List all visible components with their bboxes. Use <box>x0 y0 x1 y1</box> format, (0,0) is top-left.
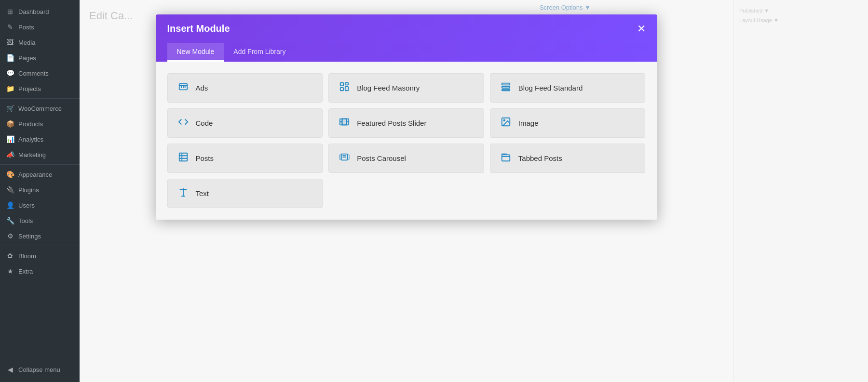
sidebar-item-label: Products <box>18 120 43 128</box>
module-posts[interactable]: Posts <box>167 144 323 173</box>
modal-close-button[interactable]: ✕ <box>637 24 646 34</box>
insert-module-modal: Insert Module ✕ New Module Add From Libr… <box>156 14 657 220</box>
modal-title: Insert Module <box>167 23 230 34</box>
svg-rect-14 <box>179 153 187 161</box>
svg-rect-19 <box>339 155 341 159</box>
sidebar-item-label: Projects <box>18 85 41 92</box>
sidebar-item-appearance[interactable]: 🎨 Appearance <box>0 167 80 182</box>
sidebar-item-label: Dashboard <box>18 8 49 15</box>
posts-carousel-label: Posts Carousel <box>357 154 406 162</box>
sidebar-item-label: Pages <box>18 54 36 62</box>
sidebar-item-label: Posts <box>18 24 34 31</box>
sidebar-item-users[interactable]: 👤 Users <box>0 198 80 213</box>
module-grid: Ads Blog Feed Masonry <box>156 62 657 220</box>
posts-module-icon <box>176 152 190 165</box>
tools-icon: 🔧 <box>6 217 14 224</box>
collapse-menu[interactable]: ◀ Collapse menu <box>0 362 66 377</box>
module-blog-feed-masonry[interactable]: Blog Feed Masonry <box>328 73 484 103</box>
tab-add-from-library[interactable]: Add From Library <box>224 43 295 62</box>
module-tabbed-posts[interactable]: Tabbed Posts <box>490 144 646 173</box>
extra-icon: ★ <box>6 267 14 275</box>
module-ads[interactable]: Ads <box>167 73 323 103</box>
sidebar-item-label: Plugins <box>18 186 39 194</box>
posts-module-label: Posts <box>196 154 214 162</box>
sidebar-item-dashboard[interactable]: ⊞ Dashboard <box>0 4 80 19</box>
code-label: Code <box>196 119 213 127</box>
sidebar-item-label: Analytics <box>18 136 43 143</box>
users-icon: 👤 <box>6 201 14 209</box>
svg-rect-3 <box>340 88 343 91</box>
module-code[interactable]: Code <box>167 108 323 138</box>
collapse-icon: ◀ <box>6 366 14 373</box>
svg-rect-6 <box>502 86 510 88</box>
svg-rect-4 <box>345 87 348 91</box>
sidebar-item-pages[interactable]: 📄 Pages <box>0 50 80 66</box>
plugins-icon: 🔌 <box>6 186 14 194</box>
sidebar-item-woocommerce[interactable]: 🛒 WooCommerce <box>0 101 80 116</box>
appearance-icon: 🎨 <box>6 171 14 178</box>
sidebar-item-extra[interactable]: ★ Extra <box>0 263 80 279</box>
sidebar-item-plugins[interactable]: 🔌 Plugins <box>0 182 80 198</box>
sidebar-item-label: Settings <box>18 233 41 240</box>
module-posts-carousel[interactable]: Posts Carousel <box>328 144 484 173</box>
sidebar-item-label: Extra <box>18 268 33 275</box>
ads-label: Ads <box>196 84 208 92</box>
svg-rect-2 <box>345 83 348 85</box>
featured-posts-slider-label: Featured Posts Slider <box>357 119 426 127</box>
sidebar-item-settings[interactable]: ⚙ Settings <box>0 228 80 244</box>
ads-icon <box>176 81 190 94</box>
sidebar-item-label: Media <box>18 39 35 46</box>
analytics-icon: 📊 <box>6 135 14 143</box>
blog-feed-masonry-label: Blog Feed Masonry <box>357 84 420 92</box>
tab-new-module[interactable]: New Module <box>167 43 224 62</box>
sidebar-item-label: Tools <box>18 217 33 224</box>
svg-rect-11 <box>342 119 347 125</box>
sidebar-item-bloom[interactable]: ✿ Bloom <box>0 248 80 263</box>
svg-point-13 <box>503 119 505 121</box>
svg-rect-1 <box>340 83 343 86</box>
sidebar-divider <box>0 98 80 99</box>
module-text[interactable]: Text <box>167 179 323 208</box>
sidebar-item-label: Users <box>18 202 35 209</box>
sidebar-item-media[interactable]: 🖼 Media <box>0 35 80 50</box>
module-featured-posts-slider[interactable]: Featured Posts Slider <box>328 108 484 138</box>
sidebar-item-label: Bloom <box>18 252 36 260</box>
collapse-label: Collapse menu <box>18 366 60 373</box>
image-label: Image <box>518 119 539 127</box>
blog-feed-standard-icon <box>499 81 513 94</box>
sidebar-item-marketing[interactable]: 📣 Marketing <box>0 147 80 162</box>
text-label: Text <box>196 189 209 198</box>
products-icon: 📦 <box>6 120 14 128</box>
module-image[interactable]: Image <box>490 108 646 138</box>
dashboard-icon: ⊞ <box>6 8 14 15</box>
settings-icon: ⚙ <box>6 232 14 240</box>
posts-carousel-icon <box>338 152 351 165</box>
main-area: Screen Options ▼ Edit Ca... Insert Modul… <box>80 0 733 382</box>
sidebar-divider-2 <box>0 164 80 165</box>
svg-rect-20 <box>348 155 350 159</box>
sidebar-item-analytics[interactable]: 📊 Analytics <box>0 132 80 147</box>
svg-rect-5 <box>502 83 510 85</box>
sidebar-item-products[interactable]: 📦 Products <box>0 116 80 132</box>
blog-feed-masonry-icon <box>338 81 351 94</box>
code-icon <box>176 117 190 130</box>
sidebar-item-comments[interactable]: 💬 Comments <box>0 66 80 81</box>
marketing-icon: 📣 <box>6 151 14 158</box>
bloom-icon: ✿ <box>6 252 14 260</box>
sidebar-item-posts[interactable]: ✎ Posts <box>0 19 80 35</box>
projects-icon: 📁 <box>6 85 14 92</box>
sidebar-item-tools[interactable]: 🔧 Tools <box>0 213 80 228</box>
modal-tabs: New Module Add From Library <box>156 43 657 62</box>
sidebar-item-label: WooCommerce <box>18 105 62 112</box>
sidebar-item-label: Comments <box>18 70 49 77</box>
right-panel-content: Published ▼ Layout Usage ▼ <box>739 6 862 27</box>
module-blog-feed-standard[interactable]: Blog Feed Standard <box>490 73 646 103</box>
comments-icon: 💬 <box>6 69 14 77</box>
sidebar-item-projects[interactable]: 📁 Projects <box>0 81 80 96</box>
posts-icon: ✎ <box>6 23 14 31</box>
sidebar-item-label: Marketing <box>18 151 46 158</box>
text-icon <box>176 187 190 200</box>
sidebar-divider-3 <box>0 246 80 246</box>
svg-rect-23 <box>502 155 510 161</box>
sidebar: ⊞ Dashboard ✎ Posts 🖼 Media 📄 Pages 💬 Co… <box>0 0 80 382</box>
